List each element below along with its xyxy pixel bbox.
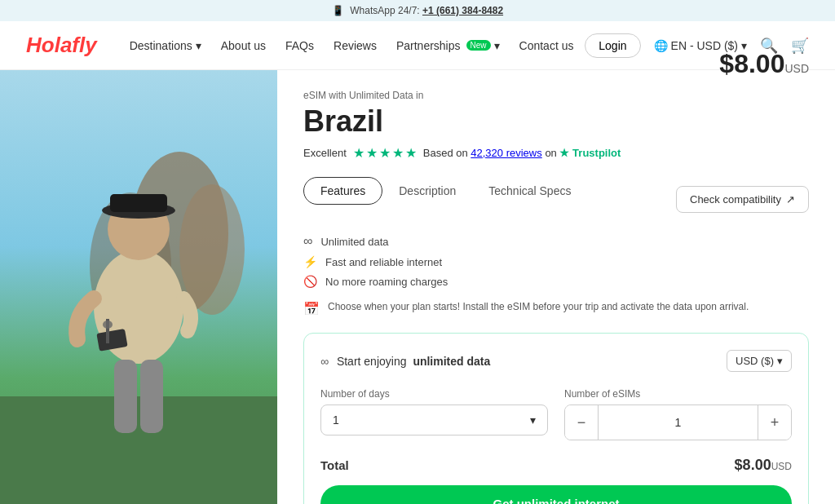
days-field: Number of days 1 ▾ bbox=[320, 388, 548, 440]
product-info: eSIM with Unlimited Data in Brazil $8.00… bbox=[277, 70, 835, 504]
product-image bbox=[0, 70, 277, 504]
days-dropdown[interactable]: 1 ▾ bbox=[320, 405, 548, 435]
rating-row: Excellent ★ ★ ★ ★ ★ Based on 42,320 revi… bbox=[303, 145, 809, 161]
calendar-icon: 📅 bbox=[303, 301, 320, 316]
nav-links: Destinations ▾ About us FAQs Reviews Par… bbox=[130, 39, 585, 52]
purchase-fields: Number of days 1 ▾ Number of eSIMs − 1 + bbox=[320, 388, 792, 440]
check-compat-label: Check compatibility bbox=[690, 193, 781, 206]
tab-features[interactable]: Features bbox=[303, 177, 382, 205]
currency-selector[interactable]: USD ($) ▾ bbox=[727, 350, 792, 372]
unlimited-label: ∞ Start enjoying unlimited data bbox=[320, 355, 490, 368]
main-content: eSIM with Unlimited Data in Brazil $8.00… bbox=[0, 70, 835, 504]
chevron-down-icon: ▾ bbox=[494, 39, 500, 52]
esims-label: Number of eSIMs bbox=[564, 388, 792, 400]
price-currency: USD bbox=[784, 62, 809, 75]
features-list: ∞ Unlimited data ⚡ Fast and reliable int… bbox=[303, 234, 809, 288]
tab-description[interactable]: Description bbox=[382, 177, 472, 205]
total-currency: USD bbox=[771, 461, 792, 472]
rating-label: Excellent bbox=[303, 147, 347, 159]
check-compatibility-button[interactable]: Check compatibility ↗ bbox=[676, 186, 809, 213]
nav-contact[interactable]: Contact us bbox=[519, 39, 574, 52]
unlimited-bold: unlimited data bbox=[413, 355, 490, 368]
svg-rect-4 bbox=[0, 396, 277, 504]
feature-item-1: ∞ Unlimited data bbox=[303, 234, 809, 249]
whatsapp-icon: 📱 bbox=[332, 5, 344, 16]
svg-rect-8 bbox=[110, 194, 167, 212]
star-half: ★ bbox=[405, 145, 417, 161]
purchase-box: ∞ Start enjoying unlimited data USD ($) … bbox=[303, 333, 809, 504]
navbar: Holafly Destinations ▾ About us FAQs Rev… bbox=[0, 21, 835, 70]
esims-increment-button[interactable]: + bbox=[758, 405, 791, 440]
nav-faqs[interactable]: FAQs bbox=[285, 39, 314, 52]
esims-value: 1 bbox=[598, 405, 758, 440]
currency-label: USD ($) bbox=[736, 355, 774, 367]
notice-text: Choose when your plan starts! Install th… bbox=[328, 301, 749, 312]
infinity-small-icon: ∞ bbox=[320, 355, 329, 368]
phone-link[interactable]: +1 (661) 384-8482 bbox=[422, 5, 503, 16]
svg-point-11 bbox=[103, 321, 113, 329]
star-4: ★ bbox=[392, 145, 404, 161]
esims-field: Number of eSIMs − 1 + bbox=[564, 388, 792, 440]
tabs-row: Features Description Technical Specs Che… bbox=[303, 177, 809, 221]
svg-rect-13 bbox=[140, 360, 163, 433]
svg-rect-12 bbox=[114, 360, 137, 433]
chevron-down-icon: ▾ bbox=[196, 39, 201, 52]
rating-stars: ★ ★ ★ ★ ★ bbox=[353, 145, 417, 161]
total-label: Total bbox=[320, 458, 349, 472]
new-badge: New bbox=[466, 40, 491, 51]
esims-stepper: − 1 + bbox=[564, 405, 792, 440]
total-row: Total $8.00USD bbox=[320, 457, 792, 474]
purchase-header: ∞ Start enjoying unlimited data USD ($) … bbox=[320, 350, 792, 372]
no-roaming-icon: 🚫 bbox=[303, 275, 317, 288]
tabs: Features Description Technical Specs bbox=[303, 177, 587, 205]
feature-text-1: Unlimited data bbox=[320, 236, 388, 248]
nav-partnerships[interactable]: Partnerships New ▾ bbox=[396, 39, 500, 52]
nav-reviews[interactable]: Reviews bbox=[334, 39, 377, 52]
product-price: $8.00 bbox=[719, 49, 784, 78]
esims-decrement-button[interactable]: − bbox=[565, 405, 598, 440]
external-link-icon: ↗ bbox=[786, 193, 795, 206]
feature-text-2: Fast and reliable internet bbox=[325, 256, 442, 268]
feature-item-3: 🚫 No more roaming charges bbox=[303, 275, 809, 288]
notice-row: 📅 Choose when your plan starts! Install … bbox=[303, 301, 809, 316]
feature-text-3: No more roaming charges bbox=[325, 276, 448, 288]
feature-item-2: ⚡ Fast and reliable internet bbox=[303, 255, 809, 268]
star-3: ★ bbox=[379, 145, 391, 161]
price-block: $8.00USD bbox=[719, 49, 809, 79]
trustpilot-label: ★ Trustpilot bbox=[559, 147, 621, 159]
nav-about[interactable]: About us bbox=[221, 39, 266, 52]
esim-subtitle: eSIM with Unlimited Data in bbox=[303, 90, 423, 101]
total-price: $8.00USD bbox=[735, 457, 792, 474]
review-text: Based on 42,320 reviews on ★ Trustpilot bbox=[423, 147, 621, 159]
days-label: Number of days bbox=[320, 388, 548, 400]
lightning-icon: ⚡ bbox=[303, 255, 317, 268]
logo[interactable]: Holafly bbox=[26, 33, 97, 58]
topbar-text: WhatsApp 24/7: bbox=[350, 5, 419, 16]
chevron-down-icon: ▾ bbox=[530, 413, 536, 427]
tab-technical-specs[interactable]: Technical Specs bbox=[472, 177, 587, 205]
star-2: ★ bbox=[366, 145, 378, 161]
get-unlimited-button[interactable]: Get unlimited internet bbox=[320, 485, 792, 504]
reviews-link[interactable]: 42,320 reviews bbox=[471, 147, 541, 159]
infinity-icon: ∞ bbox=[303, 234, 312, 249]
star-1: ★ bbox=[353, 145, 364, 161]
chevron-down-icon: ▾ bbox=[777, 355, 783, 367]
globe-icon: 🌐 bbox=[654, 39, 668, 52]
product-title: Brazil bbox=[303, 104, 423, 139]
login-button[interactable]: Login bbox=[585, 33, 640, 58]
days-value: 1 bbox=[333, 413, 339, 427]
topbar: 📱 WhatsApp 24/7: +1 (661) 384-8482 bbox=[0, 0, 835, 21]
nav-destinations[interactable]: Destinations ▾ bbox=[130, 39, 201, 52]
